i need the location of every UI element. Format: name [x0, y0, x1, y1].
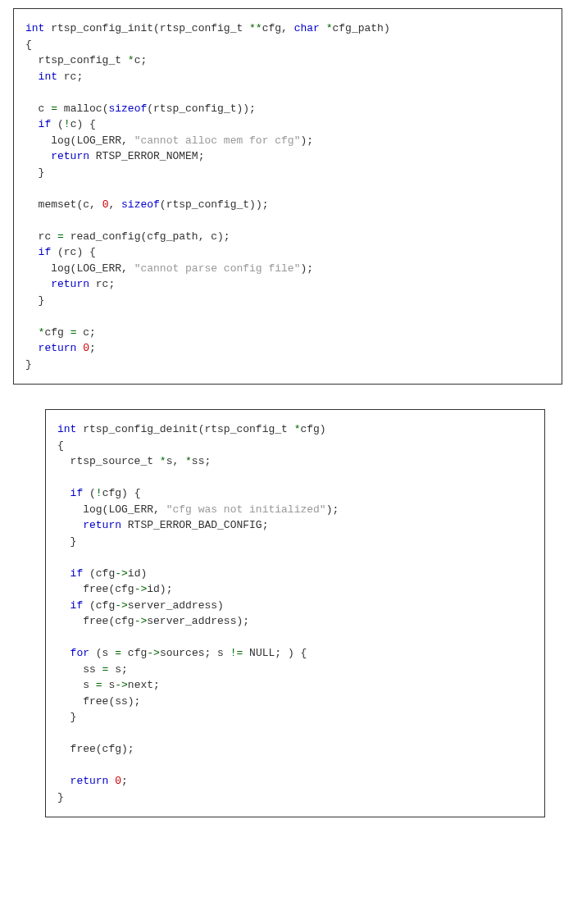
operator: ->: [115, 567, 128, 580]
keyword: int: [25, 71, 57, 83]
operator: !: [64, 118, 70, 130]
code-text: ;: [121, 775, 128, 787]
code-text: id): [128, 567, 147, 580]
code-text: cfg,: [262, 22, 294, 34]
code-text: (rtsp_config_t));: [160, 198, 269, 211]
code-text: (cfg: [83, 567, 115, 580]
operator: ->: [115, 679, 128, 691]
code-text: free(cfg: [57, 583, 134, 595]
operator: ->: [115, 599, 128, 612]
brace: }: [25, 294, 44, 307]
operator: =: [57, 230, 64, 243]
operator: ->: [134, 615, 148, 627]
code-text: );: [326, 503, 339, 516]
keyword: sizeof: [121, 198, 160, 211]
keyword: return: [25, 342, 76, 354]
code-text: s;: [108, 663, 127, 676]
code-text: log(LOG_ERR,: [25, 134, 134, 147]
code-text: rc;: [57, 71, 83, 83]
code-text: ss: [57, 663, 102, 676]
code-text: malloc(: [57, 102, 108, 115]
code-text: memset(c,: [25, 198, 102, 211]
keyword: int: [57, 423, 76, 435]
code-text: cfg): [300, 423, 325, 435]
operator: **: [249, 22, 262, 34]
code-text: [320, 22, 326, 34]
keyword: sizeof: [108, 102, 147, 115]
code-text: RTSP_ERROR_NOMEM;: [89, 150, 204, 162]
keyword: return: [25, 150, 89, 162]
code-text: log(LOG_ERR,: [25, 262, 134, 275]
code-text: );: [300, 134, 313, 147]
keyword: if: [57, 487, 83, 499]
code-text: RTSP_ERROR_BAD_CONFIG;: [121, 519, 268, 531]
code-text: read_config(cfg_path, c);: [64, 230, 230, 243]
operator: *: [128, 54, 134, 66]
brace: }: [57, 791, 64, 803]
code-text: free(cfg: [57, 615, 134, 627]
code-text: c;: [76, 326, 95, 339]
brace: {: [25, 39, 32, 51]
brace: }: [57, 711, 76, 723]
brace: }: [57, 535, 76, 548]
string-literal: "cfg was not initialized": [166, 503, 326, 516]
code-text: c) {: [70, 118, 96, 130]
code-text: server_address);: [147, 615, 249, 627]
operator: *: [25, 326, 44, 339]
code-text: (s: [89, 647, 115, 659]
brace: {: [57, 439, 64, 452]
keyword: if: [57, 599, 83, 612]
operator: !=: [230, 647, 243, 659]
number: 0: [83, 342, 89, 354]
keyword: for: [57, 647, 89, 659]
code-text: rc;: [89, 278, 115, 290]
operator: *: [160, 455, 166, 467]
code-text: rtsp_config_init(rtsp_config_t: [44, 22, 249, 34]
code-text: s: [102, 679, 116, 691]
keyword: return: [25, 278, 89, 290]
operator: =: [51, 102, 57, 115]
code-text: rtsp_config_t: [25, 54, 128, 66]
code-text: log(LOG_ERR,: [57, 503, 166, 516]
code-text: cfg: [44, 326, 70, 339]
keyword: char: [294, 22, 320, 34]
code-text: (rtsp_config_t));: [147, 102, 256, 115]
operator: *: [185, 455, 192, 467]
code-text: s,: [166, 455, 185, 467]
operator: ->: [134, 583, 148, 595]
operator: =: [115, 647, 121, 659]
operator: ->: [147, 647, 160, 659]
code-text: cfg: [121, 647, 147, 659]
string-literal: "cannot alloc mem for cfg": [134, 134, 301, 147]
code-text: c: [25, 102, 51, 115]
code-text: rtsp_config_deinit(rtsp_config_t: [76, 423, 293, 435]
code-text: (: [51, 118, 64, 130]
keyword: return: [57, 775, 108, 787]
code-text: s: [57, 679, 96, 691]
code-text: (: [83, 487, 96, 499]
code-text: next;: [128, 679, 160, 691]
string-literal: "cannot parse config file": [134, 262, 301, 275]
keyword: if: [57, 567, 83, 580]
code-block-init: int rtsp_config_init(rtsp_config_t **cfg…: [13, 8, 562, 385]
code-text: (rc) {: [51, 246, 96, 258]
code-text: free(ss);: [57, 695, 140, 708]
code-text: id);: [147, 583, 172, 595]
code-text: cfg_path): [333, 22, 390, 34]
code-text: ;: [89, 342, 96, 354]
code-text: cfg) {: [102, 487, 141, 499]
code-text: server_address): [128, 599, 224, 612]
code-text: rtsp_source_t: [57, 455, 160, 467]
code-text: NULL; ) {: [243, 647, 307, 659]
code-block-deinit: int rtsp_config_deinit(rtsp_config_t *cf…: [45, 409, 545, 817]
keyword: return: [57, 519, 121, 531]
number: 0: [115, 775, 121, 787]
brace: }: [25, 166, 44, 179]
code-text: c;: [134, 54, 148, 66]
code-text: );: [300, 262, 313, 275]
code-text: free(cfg);: [57, 743, 134, 755]
keyword: int: [25, 22, 44, 34]
operator: =: [96, 679, 102, 691]
code-text: ss;: [192, 455, 211, 467]
operator: !: [96, 487, 102, 499]
